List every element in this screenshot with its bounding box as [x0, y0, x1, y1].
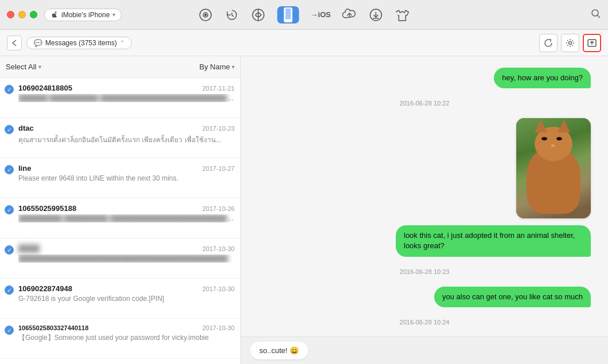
svg-rect-8: [286, 8, 291, 19]
titlebar: iMobie's iPhone ▾: [0, 0, 608, 30]
select-all-button[interactable]: Select All ▾: [6, 62, 41, 71]
chat-timestamp: 2016-06-28 10:23: [400, 268, 450, 275]
list-toolbar: Select All ▾ By Name ▾: [0, 56, 240, 78]
message-sender: ████: [18, 244, 40, 253]
svg-point-2: [205, 14, 206, 15]
nav-title-text: Messages (3753 items): [45, 39, 117, 47]
list-item[interactable]: ✓ 10655025800214​0105 2017-10-30 SNY Acc…: [0, 359, 240, 364]
chat-bubble: you also can get one, you like cat so mu…: [434, 287, 591, 307]
message-date: 2017-10-30: [202, 324, 235, 331]
item-checkbox[interactable]: ✓: [5, 165, 14, 174]
transfer-icon[interactable]: [251, 7, 266, 22]
svg-point-14: [592, 10, 598, 16]
music-icon[interactable]: [198, 7, 213, 22]
message-list: ✓ 1069024818805 2017-11-21 ██████ ██████…: [0, 78, 240, 364]
message-content: ████ 2017-10-30 ████████████████████████…: [18, 244, 235, 263]
message-date: 2017-10-30: [202, 285, 235, 292]
message-preview: Please enter 9648 into LINE within the n…: [18, 174, 235, 182]
apple-icon: [50, 11, 59, 19]
chat-timestamp: 2016-06-28 10:22: [400, 100, 450, 107]
message-row-sent: look this cat, i just adopted it from an…: [258, 225, 591, 256]
chevron-down-icon: ▾: [112, 11, 115, 18]
device-name: iMobie's iPhone: [61, 11, 110, 19]
message-sender: dtac: [18, 124, 34, 132]
message-preview: คุณสามารถตั้งค่าล็อกอินอัตโนมัติครั้งแรก…: [18, 134, 235, 145]
history-icon[interactable]: [224, 7, 239, 22]
download-icon[interactable]: [369, 7, 384, 22]
phone-device-icon[interactable]: [277, 6, 299, 24]
message-content: 1069022874948 2017-10-30 G-792618 is you…: [18, 284, 235, 303]
svg-point-9: [287, 19, 289, 21]
chat-bubble: hey, how are you doing?: [494, 68, 591, 88]
export-button[interactable]: [583, 34, 601, 52]
chat-image: [516, 118, 591, 218]
chat-input[interactable]: so..cute! 😀: [250, 342, 308, 359]
message-content: 1069024818805 2017-11-21 ██████ ████████…: [18, 84, 235, 102]
message-content: line 2017-10-27 Please enter 9648 into L…: [18, 164, 235, 182]
list-item[interactable]: ✓ line 2017-10-27 Please enter 9648 into…: [0, 158, 240, 198]
minimize-button[interactable]: [18, 11, 26, 18]
message-row-sent: you also can get one, you like cat so mu…: [258, 287, 591, 307]
message-row-sent: hey, how are you doing?: [258, 68, 591, 88]
select-all-chevron: ▾: [38, 64, 41, 70]
tshirt-icon[interactable]: [395, 7, 410, 22]
message-sender: 10655025995188: [18, 204, 76, 213]
message-date: 2017-10-23: [202, 125, 235, 132]
item-checkbox[interactable]: ✓: [5, 125, 14, 134]
close-button[interactable]: [7, 11, 14, 18]
cloud-icon[interactable]: [342, 7, 357, 22]
message-date: 2017-10-26: [202, 205, 235, 212]
main-layout: Select All ▾ By Name ▾ ✓ 1069024818805 2…: [0, 56, 608, 364]
message-sender: 1069022874948: [18, 284, 72, 293]
refresh-button[interactable]: [539, 34, 558, 52]
nav-title: 💬 Messages (3753 items) ⌃: [26, 37, 132, 49]
search-icon[interactable]: [591, 9, 601, 21]
message-content: dtac 2017-10-23 คุณสามารถตั้งค่าล็อกอินอ…: [18, 124, 235, 145]
message-date: 2017-10-30: [202, 245, 235, 252]
traffic-lights: [7, 11, 37, 18]
message-preview: G-792618 is your Google verification cod…: [18, 295, 235, 303]
device-selector[interactable]: iMobie's iPhone ▾: [44, 9, 122, 21]
chat-area: hey, how are you doing? 2016-06-28 10:22: [241, 56, 608, 336]
item-checkbox[interactable]: ✓: [5, 205, 14, 214]
svg-line-4: [232, 15, 233, 17]
item-checkbox[interactable]: ✓: [5, 285, 14, 295]
message-sender: 1069024818805: [18, 84, 72, 92]
list-item[interactable]: ✓ 1069022874948 2017-10-30 G-792618 is y…: [0, 279, 240, 319]
message-date: 2017-10-27: [202, 165, 235, 172]
svg-point-16: [569, 41, 572, 44]
list-item[interactable]: ✓ dtac 2017-10-23 คุณสามารถตั้งค่าล็อกอิ…: [0, 118, 240, 158]
message-preview: █████████ █████████ ████████████████████…: [18, 214, 235, 222]
navbar: 💬 Messages (3753 items) ⌃: [0, 30, 608, 56]
list-item[interactable]: ✓ ████ 2017-10-30 ██████████████████████…: [0, 238, 240, 279]
item-checkbox[interactable]: ✓: [5, 85, 14, 94]
item-checkbox[interactable]: ✓: [5, 245, 14, 255]
sort-chevron: ▾: [232, 64, 235, 70]
message-sender: line: [18, 164, 31, 173]
svg-line-15: [598, 15, 601, 18]
list-item[interactable]: ✓ 10655025803327440118 2017-10-30 【Googl…: [0, 319, 240, 359]
nav-actions: [539, 34, 601, 52]
message-preview: ██████ ██████████ ██████████████████████…: [18, 94, 235, 102]
left-panel: Select All ▾ By Name ▾ ✓ 1069024818805 2…: [0, 56, 241, 364]
list-item[interactable]: ✓ 1069024818805 2017-11-21 ██████ ██████…: [0, 78, 240, 118]
message-date: 2017-11-21: [202, 85, 235, 92]
maximize-button[interactable]: [30, 11, 37, 18]
item-checkbox[interactable]: ✓: [5, 326, 14, 335]
message-content: 10655025995188 2017-10-26 █████████ ████…: [18, 204, 235, 222]
nav-title-icon: 💬: [34, 39, 42, 47]
message-preview: ████████████████████████████████████████…: [18, 255, 235, 263]
nav-title-chevron: ⌃: [120, 40, 124, 46]
list-item[interactable]: ✓ 10655025995188 2017-10-26 █████████ ██…: [0, 198, 240, 238]
ios-icon[interactable]: →iOS: [310, 10, 330, 19]
input-area: so..cute! 😀: [241, 336, 608, 364]
chat-bubble: look this cat, i just adopted it from an…: [396, 225, 591, 256]
message-row-image: [258, 118, 591, 218]
sort-button[interactable]: By Name ▾: [200, 62, 235, 71]
right-panel: hey, how are you doing? 2016-06-28 10:22: [241, 56, 608, 364]
settings-button[interactable]: [561, 34, 579, 52]
input-text: so..cute! 😀: [259, 346, 299, 355]
back-button[interactable]: [7, 36, 22, 50]
message-preview: 【Google】Someone just used your password …: [18, 333, 235, 343]
message-content: 10655025803327440118 2017-10-30 【Google】…: [18, 324, 235, 343]
